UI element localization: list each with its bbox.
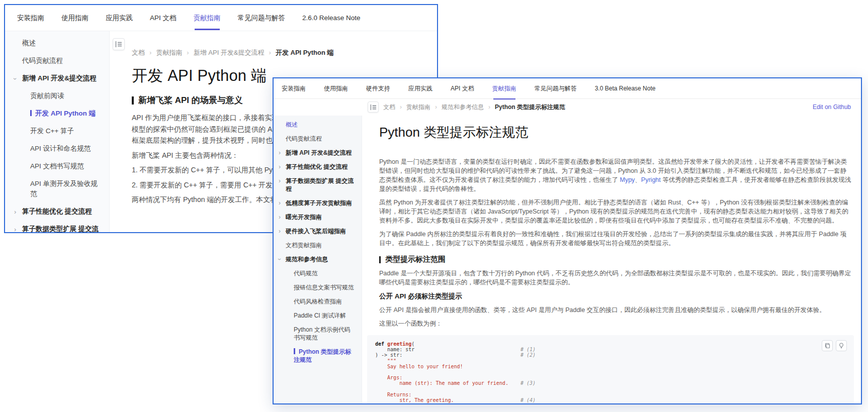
sidebar-item[interactable]: 概述 bbox=[5, 38, 109, 48]
sidebar-item[interactable]: API 文档书写规范 bbox=[5, 161, 109, 171]
nav-item[interactable]: 贡献指南 bbox=[194, 14, 221, 23]
code-toolbar bbox=[822, 340, 847, 351]
breadcrumb-link[interactable]: 文档 bbox=[132, 49, 145, 56]
sidebar-item[interactable]: ›曙光开发指南 bbox=[274, 213, 362, 221]
nav-item[interactable]: 使用指南 bbox=[324, 84, 348, 93]
code-block: def greeting( name: str # (1)) -> str: #… bbox=[367, 335, 854, 403]
sidebar-item-label: 概述 bbox=[22, 39, 36, 47]
sidebar-item-label: 算子性能优化 提交流程 bbox=[22, 208, 92, 215]
sidebar-navigation: 概述代码贡献流程›新增 API 开发&提交流程›算子性能优化 提交流程›算子数据… bbox=[274, 116, 362, 403]
sidebar-item-label: 新增 API 开发&提交流程 bbox=[286, 149, 352, 156]
nav-item[interactable]: API 文档 bbox=[451, 84, 474, 93]
chevron-down-icon: › bbox=[276, 258, 284, 260]
sidebar-item[interactable]: 文档贡献指南 bbox=[274, 241, 362, 249]
breadcrumb-separator: › bbox=[435, 104, 437, 111]
sidebar-navigation: 概述代码贡献流程›新增 API 开发&提交流程贡献前阅读开发 API Pytho… bbox=[5, 31, 110, 232]
chevron-right-icon: › bbox=[279, 163, 281, 171]
sidebar-item[interactable]: ›新增 API 开发&提交流程 bbox=[274, 149, 362, 157]
sidebar-item-label: 贡献前阅读 bbox=[30, 92, 64, 99]
code-line: def greeting( bbox=[375, 341, 846, 347]
sidebar-item-label: 新增 API 开发&提交流程 bbox=[22, 74, 97, 82]
sidebar-item[interactable]: ›算子数据类型扩展 提交流程 bbox=[5, 224, 109, 232]
sidebar-item-label: 算子数据类型扩展 提交流程 bbox=[286, 177, 354, 192]
sidebar-item[interactable]: ›算子性能优化 提交流程 bbox=[274, 163, 362, 171]
sidebar-toggle-button[interactable] bbox=[113, 38, 125, 50]
mypy-link[interactable]: Mypy bbox=[620, 176, 635, 183]
foreground-docs-window: 安装指南使用指南硬件支持应用实践API 文档贡献指南常见问题与解答3.0 Bet… bbox=[273, 77, 862, 404]
sidebar-item-label: 报错信息文案书写规范 bbox=[294, 284, 354, 291]
sidebar-item[interactable]: ›算子性能优化 提交流程 bbox=[5, 207, 109, 217]
sidebar-item-label: API 单测开发及验收规范 bbox=[30, 180, 98, 197]
sidebar-item[interactable]: 代码贡献流程 bbox=[5, 56, 109, 66]
code-line: ) -> str: # (2) bbox=[375, 352, 846, 358]
sidebar-item[interactable]: 代码风格检查指南 bbox=[274, 297, 362, 305]
chevron-right-icon: › bbox=[14, 207, 16, 217]
sidebar-item-label: 硬件接入飞桨后端指南 bbox=[286, 228, 346, 235]
sidebar-item[interactable]: 报错信息文案书写规范 bbox=[274, 283, 362, 291]
sidebar-item[interactable]: API 设计和命名规范 bbox=[5, 144, 109, 154]
nav-item[interactable]: 应用实践 bbox=[106, 14, 133, 23]
breadcrumb-link[interactable]: 新增 API 开发&提交流程 bbox=[194, 49, 265, 56]
sidebar-item[interactable]: Python 类型提示标注规范 bbox=[274, 348, 362, 364]
sidebar-item[interactable]: Paddle CI 测试详解 bbox=[274, 312, 362, 320]
breadcrumb-link[interactable]: 规范和参考信息 bbox=[442, 104, 484, 111]
copy-code-button[interactable] bbox=[822, 340, 833, 351]
sidebar-item[interactable]: ›低精度算子开发贡献指南 bbox=[274, 199, 362, 207]
sidebar-item[interactable]: ›新增 API 开发&提交流程 bbox=[5, 73, 109, 83]
nav-item[interactable]: 常见问题与解答 bbox=[238, 14, 286, 23]
chevron-right-icon: › bbox=[14, 225, 16, 232]
page-title: Python 类型提示标注规范 bbox=[379, 124, 854, 141]
nav-item[interactable]: 安装指南 bbox=[282, 84, 306, 93]
breadcrumb-separator: › bbox=[488, 104, 490, 111]
breadcrumb-link[interactable]: 贡献指南 bbox=[156, 49, 182, 56]
sidebar-item[interactable]: ›规范和参考信息 bbox=[274, 255, 362, 263]
sidebar-item[interactable]: Python 文档示例代码书写规范 bbox=[274, 326, 362, 342]
sidebar-item[interactable]: API 单测开发及验收规范 bbox=[5, 179, 109, 199]
intro-paragraph-3: 为了确保 Paddle 内所标注的类型提示有着良好的一致性和准确性，我们根据过往… bbox=[379, 230, 852, 248]
sidebar-item[interactable]: ›硬件接入飞桨后端指南 bbox=[274, 227, 362, 235]
breadcrumb-link[interactable]: 贡献指南 bbox=[406, 104, 430, 111]
chevron-right-icon: › bbox=[279, 199, 281, 207]
sidebar-item[interactable]: 贡献前阅读 bbox=[5, 91, 109, 101]
active-indicator-bar bbox=[294, 348, 295, 354]
nav-item[interactable]: 安装指南 bbox=[17, 14, 44, 23]
sidebar-item-label: Python 文档示例代码书写规范 bbox=[294, 326, 351, 341]
nav-item[interactable]: 2.6.0 Release Note bbox=[302, 14, 361, 22]
chevron-right-icon: › bbox=[279, 177, 281, 185]
scope-paragraph: Paddle 是一个大型开源项目，包含了数十万行的 Python 代码，不乏有历… bbox=[379, 269, 852, 287]
pyright-link[interactable]: Pyright bbox=[641, 176, 661, 183]
nav-item[interactable]: 常见问题与解答 bbox=[535, 84, 577, 93]
breadcrumb-link[interactable]: 文档 bbox=[383, 104, 395, 111]
breadcrumb-current: 开发 API Python 端 bbox=[276, 49, 334, 56]
nav-item[interactable]: 应用实践 bbox=[408, 84, 432, 93]
main-content-area: Python 类型提示标注规范 Python 是一门动态类型语言，变量的类型在运… bbox=[362, 116, 861, 403]
breadcrumb-separator: › bbox=[187, 49, 189, 56]
nav-item[interactable]: API 文档 bbox=[150, 14, 177, 23]
sidebar-item-label: 开发 API Python 端 bbox=[35, 110, 96, 117]
section-heading: 类型提示标注范围 bbox=[379, 255, 854, 264]
sidebar-item[interactable]: ›算子数据类型扩展 提交流程 bbox=[274, 177, 362, 193]
code-line: Returns: bbox=[375, 392, 846, 397]
sidebar-item[interactable]: 开发 C++ 算子 bbox=[5, 126, 109, 136]
breadcrumb: 文档›贡献指南›新增 API 开发&提交流程›开发 API Python 端 bbox=[132, 48, 333, 57]
code-content: def greeting( name: str # (1)) -> str: #… bbox=[375, 341, 846, 403]
sidebar-toggle-button[interactable] bbox=[368, 101, 379, 113]
edit-on-github-link[interactable]: Edit on Github bbox=[813, 99, 851, 116]
nav-item[interactable]: 贡献指南 bbox=[492, 84, 516, 93]
active-indicator-bar bbox=[30, 110, 32, 116]
top-navigation: 安装指南使用指南应用实践API 文档贡献指南常见问题与解答2.6.0 Relea… bbox=[5, 5, 437, 31]
sidebar-item[interactable]: 概述 bbox=[274, 121, 362, 129]
sidebar-item[interactable]: 代码贡献流程 bbox=[274, 135, 362, 143]
sidebar-item[interactable]: 代码规范 bbox=[274, 269, 362, 277]
nav-item[interactable]: 使用指南 bbox=[61, 14, 89, 23]
lightbulb-icon bbox=[838, 343, 844, 349]
nav-item[interactable]: 3.0 Beta Release Note bbox=[595, 85, 656, 92]
copy-icon bbox=[824, 343, 830, 349]
nav-item[interactable]: 硬件支持 bbox=[366, 84, 390, 93]
sidebar-item-label: 曙光开发指南 bbox=[286, 214, 322, 221]
hint-button[interactable] bbox=[836, 340, 847, 351]
sidebar-item[interactable]: 开发 API Python 端 bbox=[5, 109, 109, 119]
sidebar-item-label: 开发 C++ 算子 bbox=[30, 127, 74, 135]
intro-paragraph-1: Python 是一门动态类型语言，变量的类型在运行时确定，因此不需要在函数参数和… bbox=[379, 157, 852, 193]
sidebar-item-label: 文档贡献指南 bbox=[286, 242, 322, 249]
